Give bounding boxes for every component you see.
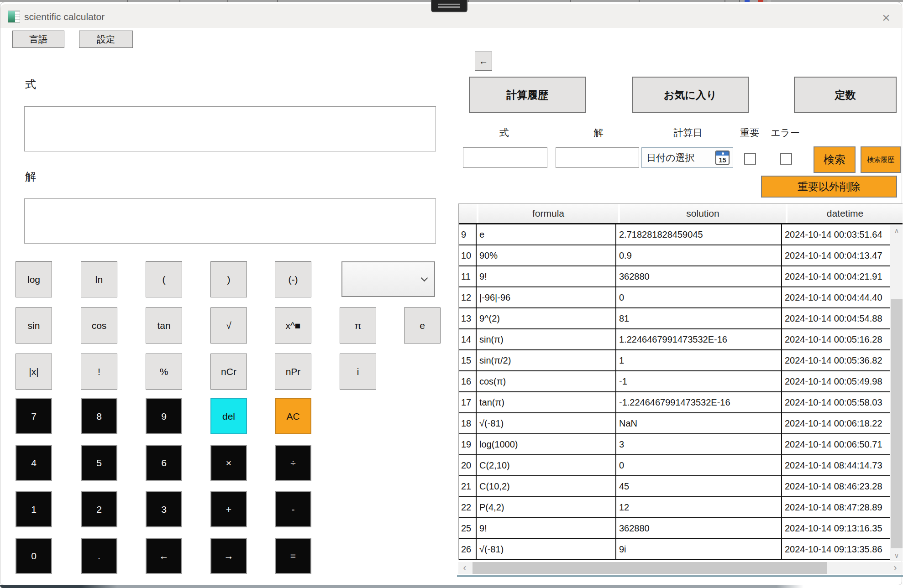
key-ncr[interactable]: nCr bbox=[210, 354, 247, 390]
vertical-scroll-thumb[interactable] bbox=[891, 299, 903, 548]
key-8[interactable]: 8 bbox=[81, 398, 117, 434]
angle-mode-select[interactable] bbox=[341, 261, 435, 297]
table-row[interactable]: 12|-96|-9602024-10-14 00:04:44.40 bbox=[459, 287, 903, 308]
table-row[interactable]: 19log(1000)32024-10-14 00:06:50.71 bbox=[459, 434, 903, 455]
cell-datetime: 2024-10-14 00:06:18.22 bbox=[782, 413, 890, 433]
key-2[interactable]: 2 bbox=[81, 491, 117, 527]
key-multiply[interactable]: × bbox=[210, 445, 247, 481]
table-row[interactable]: 15sin(π/2)12024-10-14 00:05:36.82 bbox=[459, 350, 903, 371]
scroll-left-icon[interactable]: ‹ bbox=[458, 562, 471, 574]
row-number: 25 bbox=[459, 518, 477, 538]
scroll-down-icon[interactable]: ∨ bbox=[890, 550, 903, 561]
key-4[interactable]: 4 bbox=[16, 445, 52, 481]
table-row[interactable]: 14sin(π)1.2246467991473532E-162024-10-14… bbox=[459, 329, 903, 350]
key-open-paren[interactable]: ( bbox=[146, 261, 182, 297]
cell-solution: 0.9 bbox=[616, 245, 782, 265]
table-row[interactable]: 259!3628802024-10-14 09:13:16.35 bbox=[459, 518, 903, 539]
key-0[interactable]: 0 bbox=[16, 538, 52, 574]
table-row[interactable]: 1090%0.92024-10-14 00:04:13.47 bbox=[459, 245, 903, 266]
key-equals[interactable]: = bbox=[275, 538, 311, 574]
cell-datetime: 2024-10-14 00:04:21.91 bbox=[782, 266, 890, 286]
date-picker[interactable]: 日付の選択 15 bbox=[641, 147, 733, 168]
row-number: 11 bbox=[459, 266, 477, 286]
search-solution-input[interactable] bbox=[556, 147, 639, 168]
scroll-right-icon[interactable]: › bbox=[889, 562, 902, 574]
panel-bottom-edge bbox=[457, 575, 903, 577]
table-row[interactable]: 119!3628802024-10-14 00:04:21.91 bbox=[459, 266, 903, 287]
table-row[interactable]: 9e2.7182818284590452024-10-14 00:03:51.6… bbox=[459, 224, 903, 245]
table-row[interactable]: 26√(-81)9i2024-10-14 09:13:35.86 bbox=[459, 539, 903, 560]
key-factorial[interactable]: ! bbox=[81, 354, 117, 390]
key-minus[interactable]: - bbox=[275, 491, 311, 527]
key-9[interactable]: 9 bbox=[146, 398, 182, 434]
key-dot[interactable]: . bbox=[81, 538, 117, 574]
key-pi[interactable]: π bbox=[340, 307, 376, 343]
tab-constants[interactable]: 定数 bbox=[794, 77, 897, 113]
key-close-paren[interactable]: ) bbox=[210, 261, 247, 297]
tab-calculation-history[interactable]: 計算履歴 bbox=[469, 77, 586, 113]
search-formula-label: 式 bbox=[499, 126, 509, 139]
calendar-icon[interactable]: 15 bbox=[715, 151, 730, 165]
key-cursor-right[interactable]: → bbox=[210, 538, 247, 574]
key-e[interactable]: e bbox=[404, 307, 441, 343]
key-del[interactable]: del bbox=[210, 398, 247, 434]
formula-label: 式 bbox=[25, 77, 36, 92]
cell-solution: 0 bbox=[616, 287, 782, 307]
table-row[interactable]: 20C(2,10)02024-10-14 08:44:14.73 bbox=[459, 455, 903, 476]
table-row[interactable]: 139^(2)812024-10-14 00:04:54.88 bbox=[459, 308, 903, 329]
settings-button[interactable]: 設定 bbox=[79, 31, 133, 48]
chevron-down-icon bbox=[421, 275, 428, 282]
screen-top-handle[interactable] bbox=[431, 0, 467, 12]
language-button[interactable]: 言語 bbox=[12, 31, 64, 48]
back-button[interactable]: ← bbox=[475, 52, 492, 71]
key-3[interactable]: 3 bbox=[146, 491, 182, 527]
key-log[interactable]: log bbox=[16, 261, 52, 297]
key-5[interactable]: 5 bbox=[81, 445, 117, 481]
key-7[interactable]: 7 bbox=[16, 398, 52, 434]
vertical-scrollbar[interactable]: ∧ ∨ bbox=[890, 225, 903, 561]
delete-unimportant-button[interactable]: 重要以外削除 bbox=[761, 176, 897, 198]
key-1[interactable]: 1 bbox=[16, 491, 52, 527]
key-ln[interactable]: ln bbox=[81, 261, 117, 297]
search-button[interactable]: 検索 bbox=[814, 146, 856, 173]
horizontal-scroll-thumb[interactable] bbox=[472, 562, 827, 574]
key-npr[interactable]: nPr bbox=[275, 354, 311, 390]
important-checkbox[interactable] bbox=[744, 153, 756, 165]
key-tan[interactable]: tan bbox=[146, 307, 182, 343]
key-cursor-left[interactable]: ← bbox=[146, 538, 182, 574]
key-power[interactable]: x^■ bbox=[275, 307, 311, 343]
table-row[interactable]: 17tan(π)-1.2246467991473532E-162024-10-1… bbox=[459, 392, 903, 413]
key-6[interactable]: 6 bbox=[146, 445, 182, 481]
key-i[interactable]: i bbox=[340, 354, 376, 390]
table-body: 9e2.7182818284590452024-10-14 00:03:51.6… bbox=[459, 224, 903, 560]
table-header-solution[interactable]: solution bbox=[620, 204, 786, 223]
key-negate[interactable]: (-) bbox=[275, 261, 311, 297]
cell-datetime: 2024-10-14 08:44:14.73 bbox=[782, 455, 890, 475]
key-divide[interactable]: ÷ bbox=[275, 445, 311, 481]
key-cos[interactable]: cos bbox=[81, 307, 117, 343]
close-icon[interactable]: × bbox=[877, 9, 895, 27]
table-header-corner bbox=[459, 204, 477, 223]
key-plus[interactable]: + bbox=[210, 491, 247, 527]
table-row[interactable]: 22P(4,2)122024-10-14 08:47:28.89 bbox=[459, 497, 903, 518]
solution-display[interactable] bbox=[24, 198, 436, 244]
key-abs[interactable]: |x| bbox=[16, 354, 52, 390]
search-formula-input[interactable] bbox=[463, 147, 547, 168]
tab-favorites[interactable]: お気に入り bbox=[632, 77, 749, 113]
scroll-up-icon[interactable]: ∧ bbox=[890, 225, 903, 236]
table-row[interactable]: 21C(10,2)452024-10-14 08:46:23.28 bbox=[459, 476, 903, 497]
table-header-datetime[interactable]: datetime bbox=[788, 204, 903, 223]
formula-display[interactable] bbox=[24, 106, 436, 151]
table-row[interactable]: 18√(-81)NaN2024-10-14 00:06:18.22 bbox=[459, 413, 903, 434]
key-sqrt[interactable]: √ bbox=[210, 307, 247, 343]
cell-datetime: 2024-10-14 00:05:16.28 bbox=[782, 329, 890, 349]
cell-formula: cos(π) bbox=[477, 371, 616, 391]
key-percent[interactable]: % bbox=[146, 354, 182, 390]
table-header-formula[interactable]: formula bbox=[478, 204, 618, 223]
key-ac[interactable]: AC bbox=[275, 398, 311, 434]
search-history-button[interactable]: 検索履歴 bbox=[861, 146, 901, 173]
horizontal-scrollbar[interactable]: ‹ › bbox=[458, 562, 903, 574]
key-sin[interactable]: sin bbox=[16, 307, 52, 343]
error-checkbox[interactable] bbox=[780, 153, 792, 165]
table-row[interactable]: 16cos(π)-12024-10-14 00:05:49.98 bbox=[459, 371, 903, 392]
